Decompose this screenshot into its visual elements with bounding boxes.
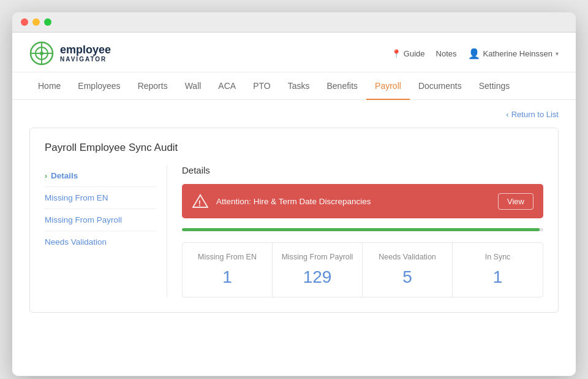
stat-box-needs-validation: Needs Validation5 (363, 243, 453, 297)
alert-view-button[interactable]: View (498, 193, 533, 210)
svg-point-4 (40, 52, 43, 55)
stat-value: 129 (279, 267, 356, 287)
progress-fill (182, 228, 540, 231)
sidebar-item-details[interactable]: ›Details (45, 165, 157, 187)
logo-icon (29, 41, 54, 66)
logo-area: employee NAVIGATOR (29, 41, 111, 66)
header: employee NAVIGATOR 📍 Guide Notes 👤 Kathe… (12, 33, 576, 72)
user-name-label: Katherine Heinssen (483, 49, 552, 58)
sidebar-item-label: Details (51, 171, 78, 180)
app-content: employee NAVIGATOR 📍 Guide Notes 👤 Kathe… (12, 33, 576, 376)
sidebar-item-label: Missing From EN (45, 193, 108, 202)
minimize-dot[interactable] (32, 18, 40, 26)
nav-item-settings[interactable]: Settings (470, 72, 519, 99)
return-to-list-link[interactable]: ‹ Return to List (506, 110, 559, 119)
sync-audit-card: Payroll Employee Sync Audit ›DetailsMiss… (29, 128, 559, 313)
nav-item-benefits[interactable]: Benefits (318, 72, 366, 99)
user-avatar-icon: 👤 (468, 48, 480, 59)
nav-item-payroll[interactable]: Payroll (366, 72, 410, 99)
guide-link[interactable]: 📍 Guide (391, 49, 425, 58)
titlebar (12, 12, 576, 33)
main-nav: HomeEmployeesReportsWallACAPTOTasksBenef… (12, 72, 576, 100)
main-details: Details ! Attention: Hire & Term Date Di… (167, 165, 543, 297)
stat-box-in-sync: In Sync1 (453, 243, 543, 297)
nav-item-wall[interactable]: Wall (176, 72, 210, 99)
stat-label: Missing From EN (189, 253, 266, 261)
app-window: employee NAVIGATOR 📍 Guide Notes 👤 Kathe… (12, 12, 576, 376)
nav-item-aca[interactable]: ACA (209, 72, 244, 99)
guide-label: Guide (404, 49, 425, 58)
page-content: ‹ Return to List Payroll Employee Sync A… (12, 100, 576, 331)
audit-sidebar: ›DetailsMissing From ENMissing From Payr… (45, 165, 167, 297)
notes-link[interactable]: Notes (436, 49, 457, 58)
stats-grid: Missing From EN1Missing From Payroll129N… (182, 242, 543, 297)
return-label: Return to List (511, 110, 559, 119)
alert-triangle-icon: ! (192, 193, 209, 210)
logo-text: employee NAVIGATOR (60, 44, 111, 63)
stat-value: 1 (189, 267, 266, 287)
details-section-title: Details (182, 165, 543, 175)
close-dot[interactable] (21, 18, 28, 26)
nav-item-tasks[interactable]: Tasks (279, 72, 318, 99)
logo-employee-label: employee (60, 44, 111, 56)
sidebar-item-needs-validation[interactable]: Needs Validation (45, 231, 157, 253)
nav-item-reports[interactable]: Reports (129, 72, 176, 99)
stat-label: In Sync (459, 253, 537, 261)
stat-value: 1 (459, 267, 537, 287)
stat-label: Missing From Payroll (279, 253, 356, 261)
sidebar-item-label: Needs Validation (45, 237, 107, 247)
active-chevron-icon: › (45, 172, 47, 180)
user-menu[interactable]: 👤 Katherine Heinssen ▾ (468, 48, 559, 59)
stat-value: 5 (369, 267, 446, 287)
progress-bar (182, 228, 543, 231)
chevron-left-icon: ‹ (506, 110, 508, 119)
nav-item-pto[interactable]: PTO (244, 72, 279, 99)
logo-navigator-label: NAVIGATOR (60, 56, 111, 63)
stat-box-missing-from-en: Missing From EN1 (183, 243, 273, 297)
nav-item-employees[interactable]: Employees (69, 72, 129, 99)
alert-box: ! Attention: Hire & Term Date Discrepanc… (182, 184, 543, 218)
svg-text:!: ! (198, 199, 201, 208)
card-body: ›DetailsMissing From ENMissing From Payr… (45, 165, 543, 297)
sidebar-item-missing-from-en[interactable]: Missing From EN (45, 187, 157, 209)
notes-label: Notes (436, 49, 457, 58)
card-title: Payroll Employee Sync Audit (45, 142, 543, 154)
header-right: 📍 Guide Notes 👤 Katherine Heinssen ▾ (391, 48, 559, 59)
alert-message: Attention: Hire & Term Date Discrepancie… (216, 197, 371, 206)
sidebar-item-missing-from-payroll[interactable]: Missing From Payroll (45, 209, 157, 231)
return-link-area: ‹ Return to List (29, 110, 559, 119)
guide-icon: 📍 (391, 49, 401, 58)
maximize-dot[interactable] (44, 18, 51, 26)
alert-left: ! Attention: Hire & Term Date Discrepanc… (192, 193, 371, 210)
stat-label: Needs Validation (369, 253, 446, 261)
stat-box-missing-from-payroll: Missing From Payroll129 (273, 243, 363, 297)
chevron-down-icon: ▾ (556, 50, 559, 57)
nav-item-home[interactable]: Home (29, 72, 69, 99)
sidebar-item-label: Missing From Payroll (45, 215, 122, 224)
nav-item-documents[interactable]: Documents (410, 72, 470, 99)
